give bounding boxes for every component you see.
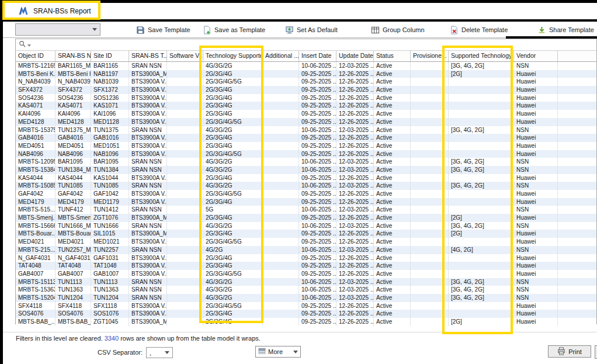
table-row[interactable]: MED4021MED4021MED1021BTS3900A V...2G/3G/… xyxy=(16,238,596,246)
table-row[interactable]: MBTS-Beni K...MBTS-Beni K...NAB1197BTS39… xyxy=(16,70,596,78)
cell-filler xyxy=(558,262,596,270)
cell-site_id: GAB1016 xyxy=(91,134,129,142)
column-header-additional[interactable]: Additional ... xyxy=(263,51,299,61)
cut-off-button[interactable] xyxy=(595,345,597,359)
column-header-update_date[interactable]: Update Date xyxy=(336,51,374,61)
csv-separator-dropdown[interactable]: , xyxy=(146,347,173,358)
table-row[interactable]: N_GAF4031N_GAF4031GAF1031BTS3900A V...2G… xyxy=(16,254,596,262)
save-as-template-button[interactable]: Save as Template xyxy=(203,24,265,36)
share-template-button[interactable]: Share Template xyxy=(537,24,594,36)
table-row[interactable]: MRBTS-15204TUN1204TUN1204SRAN NSN4G/3G/2… xyxy=(16,294,596,302)
table-row[interactable]: MRBTS-12165BAR1165_M...BAR1165SRAN NSN4G… xyxy=(16,62,596,70)
cell-sran_bs_type: BTS3900A V... xyxy=(129,198,167,206)
cell-status: Active xyxy=(374,110,411,118)
column-header-supported_technology[interactable]: Supported Technology xyxy=(449,51,514,61)
cell-vendor: Huawei xyxy=(514,238,558,246)
cell-sran_bs_type: SRAN NSN xyxy=(129,158,167,166)
cell-status: Active xyxy=(374,214,411,222)
table-row[interactable]: MRBTS-15384TUN1384_M...TUN1384SRAN NSN4G… xyxy=(16,166,596,174)
table-row[interactable]: N_NAB4039N_NAB4039NAB1039BTS3900A V...2G… xyxy=(16,78,596,86)
cell-sran_bs_name: BAR1165_M... xyxy=(55,62,91,70)
table-row[interactable]: GAB4016GAB4016GAB1016BTS3900A V...2G/3G/… xyxy=(16,134,596,142)
footer-divider xyxy=(3,332,597,332)
chevron-down-icon xyxy=(92,28,97,31)
group-column-icon xyxy=(371,26,380,34)
cell-technology_supported: 4G/3G/2G xyxy=(203,126,263,134)
cell-object_id: KAS4071 xyxy=(16,102,55,110)
table-row[interactable]: MRBTS-215...TUN2257_M...TUN2257SRAN NSN4… xyxy=(16,246,596,254)
column-header-insert_date[interactable]: Insert Date xyxy=(299,51,336,61)
csv-separator-label: CSV Separator: xyxy=(76,349,143,356)
table-row[interactable]: MBTS-Bouar...MBTS-Bouar...SIL1015BTS3900… xyxy=(16,230,596,238)
cell-provisioned xyxy=(411,150,449,158)
table-row[interactable]: MED4179MED4179MED1179BTS3900A V...2G/3G/… xyxy=(16,198,596,206)
table-row[interactable]: NAB4096NAB4096NAB1096BTS3900A V...2G/3G/… xyxy=(16,150,596,158)
table-row[interactable]: MRBTS-15113TUN1113TUN1113SRAN NSN4G/3G/2… xyxy=(16,278,596,286)
table-row[interactable]: GAF4042GAF4042GAF1042BTS3900A V...2G/3G/… xyxy=(16,190,596,198)
cell-insert_date: 09-25-2025 ... xyxy=(299,318,336,326)
table-row[interactable]: MBTS-Smenj...MBTS-Smenj...ZGT1076BTS3900… xyxy=(16,214,596,222)
cell-vendor: Huawei xyxy=(514,214,558,222)
column-header-software_version[interactable]: Software V... xyxy=(167,51,203,61)
table-row[interactable]: MED4051MED4051MED1051BTS3900A V...2G/3G/… xyxy=(16,142,596,150)
table-row[interactable]: KAS4044KAS4044KAS1044BTS3900A V...2G/3G/… xyxy=(16,174,596,182)
table-row[interactable]: MBTS-BAB_...MBTS-BAB_...ZGT1045BTS3900A_… xyxy=(16,318,596,326)
column-header-sran_bs_name[interactable]: SRAN-BS N... xyxy=(55,51,91,61)
table-row[interactable]: MRBTS-15363TUN1363TUN1363SRAN NSN4G/3G/2… xyxy=(16,286,596,294)
table-row[interactable]: KAI4096KAI4096KAI1096BTS3900A V...2G/3G/… xyxy=(16,110,596,118)
cell-object_id: MRBTS-15363 xyxy=(16,286,55,294)
cell-provisioned xyxy=(411,166,449,174)
table-row[interactable]: SFX4118SFX4118SFX1118BTS3900A V...2G/3G/… xyxy=(16,302,596,310)
cell-site_id: TUN1113 xyxy=(91,278,129,286)
window-border-left xyxy=(0,0,3,364)
cell-status: Active xyxy=(374,174,411,182)
cell-supported_technology xyxy=(449,254,514,262)
cell-software_version xyxy=(167,206,203,214)
cell-filler xyxy=(558,278,596,286)
table-row[interactable]: MRBTS-15085TUN1085TUN1085SRAN NSN4G/3G/2… xyxy=(16,182,596,190)
more-button[interactable]: More xyxy=(255,346,301,358)
search-bar[interactable] xyxy=(16,39,596,51)
column-header-vendor[interactable]: Vendor xyxy=(514,51,558,61)
cell-vendor: Huawei xyxy=(514,318,558,326)
cell-additional xyxy=(263,286,299,294)
cell-object_id: MRBTS-15384 xyxy=(16,166,55,174)
template-dropdown[interactable] xyxy=(15,23,100,36)
delete-template-button[interactable]: Delete Template xyxy=(450,24,508,36)
table-row[interactable]: SOS4076SOS4076SOS1076BTS3900A V...2G/3G/… xyxy=(16,310,596,318)
cell-filler xyxy=(558,182,596,190)
group-column-button[interactable]: Group Column xyxy=(371,24,425,36)
print-button[interactable]: Print xyxy=(548,345,591,358)
cell-insert_date: 09-25-2025 ... xyxy=(299,238,336,246)
delete-template-icon xyxy=(450,26,459,34)
cell-insert_date: 10-06-2025 ... xyxy=(299,62,336,70)
set-as-default-button[interactable]: Set As Default xyxy=(285,24,338,36)
cell-filler xyxy=(558,222,596,230)
cell-software_version xyxy=(167,254,203,262)
cell-sran_bs_name: SOS4076 xyxy=(55,310,91,318)
column-header-sran_bs_type[interactable]: SRAN-BS T... xyxy=(129,51,167,61)
save-template-button[interactable]: Save Template xyxy=(136,24,190,36)
column-header-status[interactable]: Status xyxy=(374,51,411,61)
save-template-icon xyxy=(136,26,145,34)
table-row[interactable]: MRBTS-15666TUN1666_M...TUN1666SRAN NSN4G… xyxy=(16,222,596,230)
table-row[interactable]: GAB4007GAB4007GAB1007BTS3900A V...2G/3G/… xyxy=(16,270,596,278)
table-row[interactable]: MRBTS-15375TUN1375_M...TUN1375SRAN NSN4G… xyxy=(16,126,596,134)
cell-object_id: N_NAB4039 xyxy=(16,78,55,86)
cell-additional xyxy=(263,150,299,158)
cell-supported_technology xyxy=(449,94,514,102)
column-header-technology_supported[interactable]: Technology Supported xyxy=(203,51,263,61)
table-row[interactable]: MRBTS-515...TUNF412TUN1412SRAN NSN5G10-0… xyxy=(16,206,596,214)
table-row[interactable]: MRBTS-12095BAR1095BAR1095SRAN NSN4G/3G/2… xyxy=(16,158,596,166)
column-header-provisioned[interactable]: Provisione... xyxy=(411,51,449,61)
column-header-object_id[interactable]: Object ID xyxy=(16,51,55,61)
table-row[interactable]: MED4128MED4128MED1128BTS3900A V...2G/3G/… xyxy=(16,118,596,126)
cell-object_id: MRBTS-215... xyxy=(16,246,55,254)
cell-insert_date: 10-06-2025 ... xyxy=(299,286,336,294)
column-header-site_id[interactable]: Site ID xyxy=(91,51,129,61)
table-row[interactable]: SOS4236SOS4236SOS1236BTS3900A V...2G/3G/… xyxy=(16,94,596,102)
cell-additional xyxy=(263,190,299,198)
table-row[interactable]: SFX4372SFX4372SFX1372BTS3900A V...2G/3G/… xyxy=(16,86,596,94)
table-row[interactable]: KAS4071KAS4071KAS1071BTS3900A V...2G/3G/… xyxy=(16,102,596,110)
table-row[interactable]: TAT4048TAT4048TAT1048BTS3900A V...2G/3G/… xyxy=(16,262,596,270)
